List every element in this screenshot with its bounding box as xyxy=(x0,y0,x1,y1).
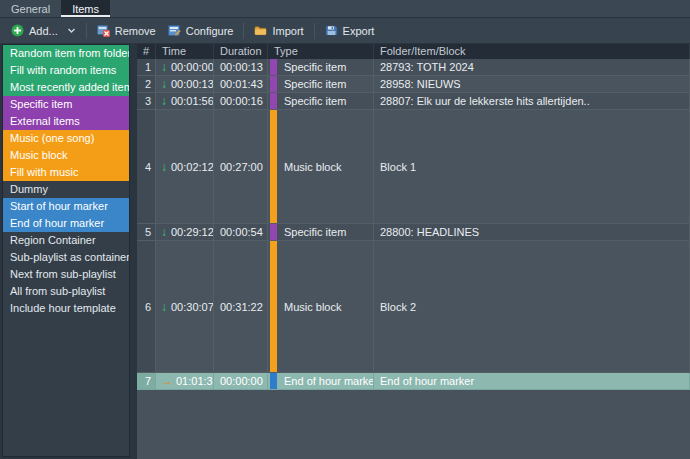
sidebar-item[interactable]: End of hour marker xyxy=(3,215,129,232)
playlist-row[interactable]: 1↓00:00:0000:00:13Specific item28793: TO… xyxy=(137,59,690,76)
folder-item-block-cell: Block 2 xyxy=(374,241,690,372)
column-header[interactable]: Duration xyxy=(214,44,268,59)
duration-cell: 00:00:54 xyxy=(214,224,268,240)
time-value: 00:29:12 xyxy=(171,226,214,238)
row-number-cell: 2 xyxy=(137,76,156,92)
row-number-cell: 7 xyxy=(137,373,156,389)
add-button[interactable]: Add... xyxy=(5,22,64,39)
down-arrow-icon: ↓ xyxy=(161,225,167,239)
duration-cell: 00:31:22 xyxy=(214,241,268,372)
sidebar-item[interactable]: Region Container xyxy=(3,232,129,249)
time-value: 01:01:30 xyxy=(176,375,214,387)
sidebar-item[interactable]: External items xyxy=(3,113,129,130)
type-cell: Music block xyxy=(268,110,374,223)
import-button[interactable]: Import xyxy=(248,22,309,39)
export-disk-icon xyxy=(325,24,338,37)
time-cell: ↓00:30:07 xyxy=(156,241,214,372)
folder-item-block-cell: End of hour marker xyxy=(374,373,690,389)
item-palette-list: Random item from folderFill with random … xyxy=(2,44,130,457)
sidebar-item[interactable]: Include hour template xyxy=(3,300,129,317)
down-arrow-icon: ↓ xyxy=(161,94,167,108)
duration-cell: 00:00:00 xyxy=(214,373,268,389)
type-label: Specific item xyxy=(284,61,346,73)
sidebar-item[interactable]: Music block xyxy=(3,147,129,164)
playlist-table: #TimeDurationTypeFolder/Item/Block 1↓00:… xyxy=(137,44,690,459)
playlist-row[interactable]: 3↓00:01:5600:00:16Specific item28807: El… xyxy=(137,93,690,110)
sidebar-item[interactable]: Specific item xyxy=(3,96,129,113)
duration-cell: 00:27:00 xyxy=(214,110,268,223)
toolbar-separator xyxy=(314,23,315,39)
type-color-bar xyxy=(270,59,277,75)
type-color-bar xyxy=(270,224,277,240)
chevron-down-icon xyxy=(65,24,78,37)
type-color-bar xyxy=(270,76,277,92)
column-header[interactable]: Folder/Item/Block xyxy=(374,44,690,59)
toolbar-separator xyxy=(243,23,244,39)
sidebar-item[interactable]: Most recently added item xyxy=(3,79,129,96)
sidebar-item[interactable]: Dummy xyxy=(3,181,129,198)
sidebar-item[interactable]: Start of hour marker xyxy=(3,198,129,215)
type-color-bar xyxy=(270,93,277,109)
table-header-row: #TimeDurationTypeFolder/Item/Block xyxy=(137,44,690,59)
add-dropdown-button[interactable] xyxy=(61,22,82,39)
tab-bar: General Items xyxy=(0,0,690,18)
type-color-bar xyxy=(270,110,277,223)
time-value: 00:00:00 xyxy=(171,61,214,73)
configure-button[interactable]: Configure xyxy=(162,22,240,39)
time-cell: ↓00:02:12 xyxy=(156,110,214,223)
import-folder-icon xyxy=(254,24,267,37)
time-value: 00:02:12 xyxy=(171,161,214,173)
time-value: 00:30:07 xyxy=(171,301,214,313)
right-arrow-icon: → xyxy=(161,374,172,388)
type-color-bar xyxy=(270,241,277,372)
row-number-cell: 4 xyxy=(137,110,156,223)
sidebar-item[interactable]: Fill with random items xyxy=(3,62,129,79)
folder-item-block-cell: 28800: HEADLINES xyxy=(374,224,690,240)
column-header[interactable]: # xyxy=(137,44,156,59)
down-arrow-icon: ↓ xyxy=(161,77,167,91)
playlist-row[interactable]: 7→01:01:3000:00:00End of hour markerEnd … xyxy=(137,373,690,390)
remove-icon xyxy=(97,24,110,37)
column-header[interactable]: Type xyxy=(268,44,374,59)
playlist-row[interactable]: 6↓00:30:0700:31:22Music blockBlock 2 xyxy=(137,241,690,373)
type-label: Music block xyxy=(284,161,341,173)
folder-item-block-cell: 28958: NIEUWS xyxy=(374,76,690,92)
playlist-row[interactable]: 2↓00:00:1300:01:43Specific item28958: NI… xyxy=(137,76,690,93)
type-cell: Music block xyxy=(268,241,374,372)
remove-button[interactable]: Remove xyxy=(91,22,162,39)
time-cell: →01:01:30 xyxy=(156,373,214,389)
type-label: End of hour marker xyxy=(284,375,374,387)
sidebar-item[interactable]: Fill with music xyxy=(3,164,129,181)
time-cell: ↓00:00:13 xyxy=(156,76,214,92)
tab-general[interactable]: General xyxy=(0,0,61,17)
type-color-bar xyxy=(270,373,277,389)
add-icon xyxy=(11,24,24,37)
duration-cell: 00:01:43 xyxy=(214,76,268,92)
tab-items[interactable]: Items xyxy=(61,0,110,17)
duration-cell: 00:00:13 xyxy=(214,59,268,75)
sidebar-item[interactable]: Music (one song) xyxy=(3,130,129,147)
folder-item-block-cell: 28807: Elk uur de lekkerste hits allerti… xyxy=(374,93,690,109)
sidebar-item[interactable]: Random item from folder xyxy=(3,45,129,62)
type-cell: Specific item xyxy=(268,93,374,109)
playlist-row[interactable]: 4↓00:02:1200:27:00Music blockBlock 1 xyxy=(137,110,690,224)
duration-cell: 00:00:16 xyxy=(214,93,268,109)
type-cell: End of hour marker xyxy=(268,373,374,389)
sidebar-item[interactable]: All from sub-playlist xyxy=(3,283,129,300)
type-label: Specific item xyxy=(284,78,346,90)
time-cell: ↓00:01:56 xyxy=(156,93,214,109)
export-button[interactable]: Export xyxy=(319,22,381,39)
column-header[interactable]: Time xyxy=(156,44,214,59)
export-button-label: Export xyxy=(343,25,375,37)
add-button-label: Add... xyxy=(29,25,58,37)
type-label: Music block xyxy=(284,301,341,313)
down-arrow-icon: ↓ xyxy=(161,60,167,74)
playlist-row[interactable]: 5↓00:29:1200:00:54Specific item28800: HE… xyxy=(137,224,690,241)
time-cell: ↓00:00:00 xyxy=(156,59,214,75)
type-label: Specific item xyxy=(284,226,346,238)
row-number-cell: 1 xyxy=(137,59,156,75)
row-number-cell: 3 xyxy=(137,93,156,109)
type-cell: Specific item xyxy=(268,76,374,92)
sidebar-item[interactable]: Sub-playlist as container xyxy=(3,249,129,266)
sidebar-item[interactable]: Next from sub-playlist xyxy=(3,266,129,283)
